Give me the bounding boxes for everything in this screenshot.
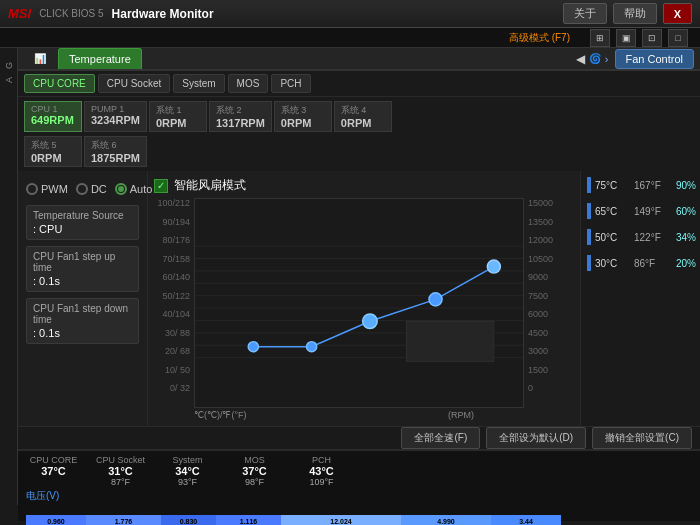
- svg-point-14: [429, 293, 442, 306]
- chart-y-left-label: 60/140: [154, 272, 190, 282]
- temp-source-box: Temperature Source : CPU: [26, 205, 139, 240]
- monitor-value-3: 37°C: [242, 465, 267, 477]
- about-button[interactable]: 关于: [563, 3, 607, 24]
- sidebar-tab-a[interactable]: A: [2, 73, 16, 87]
- fan-cell-0[interactable]: CPU 1649RPM: [24, 101, 82, 132]
- action-btn-0[interactable]: 全部全速(F): [401, 427, 480, 449]
- temp-indicator-2: [587, 229, 591, 245]
- voltage-label: 电压(V): [26, 489, 692, 503]
- monitor-sub-3: 98°F: [245, 477, 264, 487]
- chart-main[interactable]: [194, 198, 524, 408]
- chart-y-right-label: 15000: [528, 198, 574, 208]
- voltage-bar-value-4: 12.024: [330, 518, 351, 525]
- monitor-label-4: PCH: [312, 455, 331, 465]
- fan-cell-7[interactable]: 系统 61875RPM: [84, 136, 147, 167]
- left-controls: PWMDCAuto Temperature Source : CPU CPU F…: [18, 171, 148, 426]
- app-title: Hardware Monitor: [112, 7, 563, 21]
- action-btn-2[interactable]: 撤销全部设置(C): [592, 427, 692, 449]
- middle-section: PWMDCAuto Temperature Source : CPU CPU F…: [18, 171, 700, 426]
- cpu-tab-4[interactable]: PCH: [271, 74, 310, 93]
- temp-source-value: : CPU: [33, 223, 132, 235]
- radio-label-1: DC: [91, 183, 107, 195]
- left-sidebar: G A: [0, 48, 18, 505]
- icon-btn-2[interactable]: ▣: [616, 29, 636, 47]
- icon-btn-4[interactable]: □: [668, 29, 688, 47]
- radio-group: PWMDCAuto: [26, 179, 139, 199]
- fan-cell-4[interactable]: 系统 30RPM: [274, 101, 332, 132]
- chart-x-label-left: ℃(℃)/℉(°F): [194, 410, 247, 420]
- tab-temperature[interactable]: Temperature: [58, 48, 142, 69]
- chart-checkbox[interactable]: ✓: [154, 179, 168, 193]
- mode-bar: 高级模式 (F7) ⊞ ▣ ⊡ □: [0, 28, 700, 48]
- back-icon[interactable]: ◀: [576, 52, 585, 66]
- cpu-tab-3[interactable]: MOS: [228, 74, 269, 93]
- monitor-label-1: CPU Socket: [96, 455, 145, 465]
- monitor-value-1: 31°C: [108, 465, 133, 477]
- title-buttons: 关于 帮助 X: [563, 3, 692, 24]
- chart-y-left-label: 50/122: [154, 291, 190, 301]
- voltage-bar-0: 0.960: [26, 515, 86, 525]
- bottom-monitor: CPU CORE 37°C CPU Socket 31°C 87°FSystem…: [18, 449, 700, 521]
- chart-y-left-label: 90/194: [154, 217, 190, 227]
- cpu-tab-2[interactable]: System: [173, 74, 224, 93]
- temp-source-label: Temperature Source: [33, 210, 132, 221]
- fan-cell-3[interactable]: 系统 21317RPM: [209, 101, 272, 132]
- temp-f-2: 122°F: [634, 232, 672, 243]
- fan-cell-5[interactable]: 系统 40RPM: [334, 101, 392, 132]
- radio-label-0: PWM: [41, 183, 68, 195]
- cpu-tab-1[interactable]: CPU Socket: [98, 74, 170, 93]
- close-button[interactable]: X: [663, 3, 692, 24]
- fan-cell-6[interactable]: 系统 50RPM: [24, 136, 82, 167]
- temp-pct-2: 34%: [676, 232, 696, 243]
- chart-y-left-label: 30/ 88: [154, 328, 190, 338]
- fan-step-down-box: CPU Fan1 step down time : 0.1s: [26, 298, 139, 344]
- temp-c-0: 75°C: [595, 180, 630, 191]
- radio-auto[interactable]: Auto: [115, 183, 153, 195]
- temp-f-0: 167°F: [634, 180, 672, 191]
- voltage-bar-2: 0.830: [161, 515, 216, 525]
- voltage-bar-5: 4.990: [401, 515, 491, 525]
- chart-y-right-label: 7500: [528, 291, 574, 301]
- voltage-bar-value-3: 1.116: [240, 518, 258, 525]
- temp-c-1: 65°C: [595, 206, 630, 217]
- monitor-value-4: 43°C: [309, 465, 334, 477]
- app-subtitle: CLICK BIOS 5: [39, 8, 103, 19]
- chart-y-right-label: 0: [528, 383, 574, 393]
- fan-cell-2[interactable]: 系统 10RPM: [149, 101, 207, 132]
- temp-f-3: 86°F: [634, 258, 672, 269]
- radio-pwm[interactable]: PWM: [26, 183, 68, 195]
- temp-point-row-0: 75°C 167°F 90%: [587, 177, 694, 193]
- sidebar-tab-g[interactable]: G: [2, 58, 16, 73]
- cpu-tabs-row: CPU CORECPU SocketSystemMOSPCH: [18, 71, 700, 97]
- fan-cell-1[interactable]: PUMP 13234RPM: [84, 101, 147, 132]
- temp-pct-0: 90%: [676, 180, 696, 191]
- chart-y-right-label: 9000: [528, 272, 574, 282]
- svg-point-15: [487, 260, 500, 273]
- cpu-tab-0[interactable]: CPU CORE: [24, 74, 95, 93]
- icon-btn-3[interactable]: ⊡: [642, 29, 662, 47]
- temp-pct-3: 20%: [676, 258, 696, 269]
- chart-y-left-label: 70/158: [154, 254, 190, 264]
- tab-temperature-label: Temperature: [69, 53, 131, 65]
- radio-dc[interactable]: DC: [76, 183, 107, 195]
- cpu-tabs: CPU CORECPU SocketSystemMOSPCH: [24, 74, 311, 93]
- tab-fan-control[interactable]: Fan Control: [615, 49, 694, 69]
- chart-y-axis-right: 1500013500120001050090007500600045003000…: [524, 198, 574, 408]
- help-button[interactable]: 帮助: [613, 3, 657, 24]
- monitor-value-2: 34°C: [175, 465, 200, 477]
- monitor-sub-4: 109°F: [309, 477, 333, 487]
- main-area: G A 📊 Temperature ◀ 🌀 › Fan Control CPU …: [0, 48, 700, 505]
- icon-btn-1[interactable]: ⊞: [590, 29, 610, 47]
- right-panel: 75°C 167°F 90% 65°C 149°F 60% 50°C 122°F…: [580, 171, 700, 426]
- chart-area: ✓ 智能风扇模式 100/21290/19480/17670/15860/140…: [148, 171, 580, 426]
- chart-y-right-label: 13500: [528, 217, 574, 227]
- voltage-bar-value-2: 0.830: [180, 518, 198, 525]
- chart-title-row: ✓ 智能风扇模式: [154, 177, 574, 194]
- chart-y-right-label: 10500: [528, 254, 574, 264]
- voltage-bar-3: 1.116: [216, 515, 281, 525]
- voltage-bars: 0.9601.7760.8301.11612.0244.9903.44: [26, 505, 692, 525]
- temp-point-row-1: 65°C 149°F 60%: [587, 203, 694, 219]
- fan-step-up-label: CPU Fan1 step up time: [33, 251, 132, 273]
- chart-title: 智能风扇模式: [174, 177, 246, 194]
- action-btn-1[interactable]: 全部设为默认(D): [486, 427, 586, 449]
